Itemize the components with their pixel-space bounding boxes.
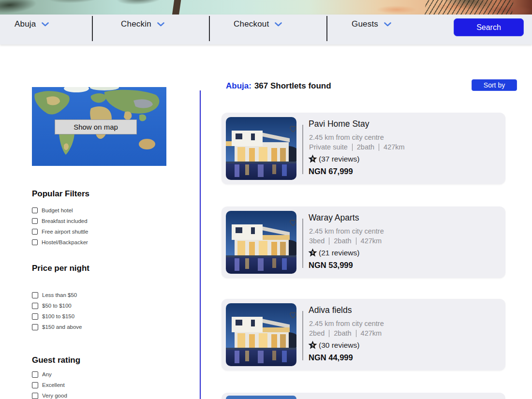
listing-details: Private suite2bath427km	[309, 143, 405, 151]
sort-by-button[interactable]: Sort by	[472, 79, 517, 91]
checkout-label: Checkout	[234, 19, 269, 29]
listing-title[interactable]: Adiva fields	[309, 305, 352, 315]
popular-filters-group: Budget hotel Breakfast included Free air…	[32, 205, 89, 248]
results-count: 367 Shortlets found	[254, 81, 331, 90]
price-50-to-100[interactable]: $50 to $100	[32, 300, 82, 311]
rating-any[interactable]: Any	[32, 369, 67, 380]
search-bar: Abuja Checkin Checkout Guests Search	[0, 15, 532, 44]
heart-icon[interactable]	[288, 124, 296, 133]
chevron-down-icon	[275, 22, 282, 27]
house-photo-illustration	[226, 303, 296, 366]
popular-filters-heading: Popular Filters	[32, 189, 89, 199]
checkbox[interactable]	[32, 393, 38, 399]
listing-details: 3bed2bath427km	[309, 237, 382, 245]
card-divider	[302, 125, 303, 174]
world-map[interactable]: Show on map	[32, 87, 166, 166]
house-photo-illustration	[226, 211, 296, 274]
listing-rating: 5 (21 reviews)	[308, 248, 359, 257]
svg-text:5: 5	[312, 157, 314, 161]
listing-photo	[226, 303, 296, 366]
price-per-night-heading: Price per night	[32, 264, 89, 273]
chevron-down-icon	[384, 22, 391, 27]
card-divider	[302, 311, 303, 360]
filter-breakfast-included[interactable]: Breakfast included	[32, 216, 89, 226]
checkbox[interactable]	[32, 218, 38, 224]
heart-icon[interactable]	[288, 310, 296, 320]
listing-rating: 5 (30 reviews)	[308, 340, 359, 350]
star-icon: 5	[308, 248, 317, 257]
listing-distance: 2.45 km from city centre	[309, 227, 384, 235]
guest-rating-heading: Guest rating	[32, 355, 80, 365]
palm-trees-right	[424, 0, 514, 15]
nav-divider	[209, 16, 210, 41]
search-button[interactable]: Search	[454, 18, 524, 36]
listing-photo	[226, 117, 296, 180]
filter-free-airport-shuttle[interactable]: Free airport shuttle	[32, 226, 89, 237]
reviews-count: (30 reviews)	[319, 341, 359, 350]
reviews-count: (37 reviews)	[319, 155, 359, 163]
heart-icon[interactable]	[288, 218, 296, 227]
checkout-dropdown[interactable]: Checkout	[234, 19, 282, 29]
checkbox[interactable]	[32, 292, 38, 298]
rating-very-good[interactable]: Very good	[32, 390, 67, 399]
listing-photo	[226, 211, 296, 274]
listing-card-partial[interactable]	[222, 393, 505, 399]
listing-distance: 2.45 km from city centre	[309, 133, 384, 141]
nav-divider	[326, 16, 327, 41]
svg-text:5: 5	[312, 343, 314, 347]
listing-card[interactable]: Pavi Home Stay 2.45 km from city centre …	[222, 113, 505, 184]
checkbox[interactable]	[32, 324, 38, 330]
destination-dropdown[interactable]: Abuja	[15, 19, 49, 29]
listing-rating: 5 (37 reviews)	[308, 154, 359, 163]
checkbox[interactable]	[32, 303, 38, 309]
guest-rating-group: Any Excellent Very good	[32, 369, 67, 399]
star-icon: 5	[308, 340, 317, 350]
show-on-map-button[interactable]: Show on map	[55, 119, 137, 134]
checkbox[interactable]	[32, 313, 38, 320]
price-100-to-150[interactable]: $100 to $150	[32, 311, 82, 322]
guests-dropdown[interactable]: Guests	[352, 19, 391, 29]
checkbox[interactable]	[32, 239, 38, 245]
svg-text:5: 5	[312, 251, 314, 255]
checkin-label: Checkin	[121, 19, 151, 29]
results-header: Abuja:367 Shortlets found	[226, 81, 331, 91]
price-150-and-above[interactable]: $150 and above	[32, 322, 82, 332]
listing-distance: 2.45 km from city centre	[309, 320, 384, 327]
chevron-down-icon	[157, 22, 164, 27]
star-icon: 5	[308, 154, 317, 163]
rating-excellent[interactable]: Excellent	[32, 380, 67, 390]
destination-label: Abuja	[15, 19, 36, 29]
checkbox[interactable]	[32, 382, 38, 388]
price-less-than-50[interactable]: Less than $50	[32, 290, 82, 300]
filter-hostel-backpacker[interactable]: Hostel/Backpacker	[32, 237, 89, 248]
listing-price: NGN 53,999	[309, 261, 353, 270]
listing-details: 2bed2bath427km	[309, 329, 382, 337]
reviews-count: (21 reviews)	[319, 249, 359, 257]
listing-price: NGN 44,999	[309, 353, 353, 362]
listing-title[interactable]: Pavi Home Stay	[309, 119, 369, 129]
house-photo-illustration	[226, 117, 296, 180]
chevron-down-icon	[42, 22, 49, 27]
listing-photo	[226, 396, 296, 399]
palm-trees-left	[0, 0, 185, 15]
guests-label: Guests	[352, 19, 378, 29]
filter-budget-hotel[interactable]: Budget hotel	[32, 205, 89, 216]
checkin-dropdown[interactable]: Checkin	[121, 19, 164, 29]
card-divider	[302, 219, 303, 268]
price-filter-group: Less than $50 $50 to $100 $100 to $150 $…	[32, 290, 82, 332]
checkbox[interactable]	[32, 229, 38, 235]
results-location: Abuja:	[226, 81, 251, 90]
nav-divider	[92, 16, 93, 41]
content-divider	[200, 90, 201, 399]
listing-price: NGN 67,999	[309, 167, 353, 176]
listing-title[interactable]: Waray Aparts	[309, 213, 359, 223]
checkbox[interactable]	[32, 207, 38, 213]
checkbox[interactable]	[32, 371, 38, 378]
listing-card[interactable]: Waray Aparts 2.45 km from city centre 3b…	[222, 207, 505, 278]
hero-photo	[0, 0, 532, 15]
listing-card[interactable]: Adiva fields 2.45 km from city centre 2b…	[222, 299, 505, 370]
